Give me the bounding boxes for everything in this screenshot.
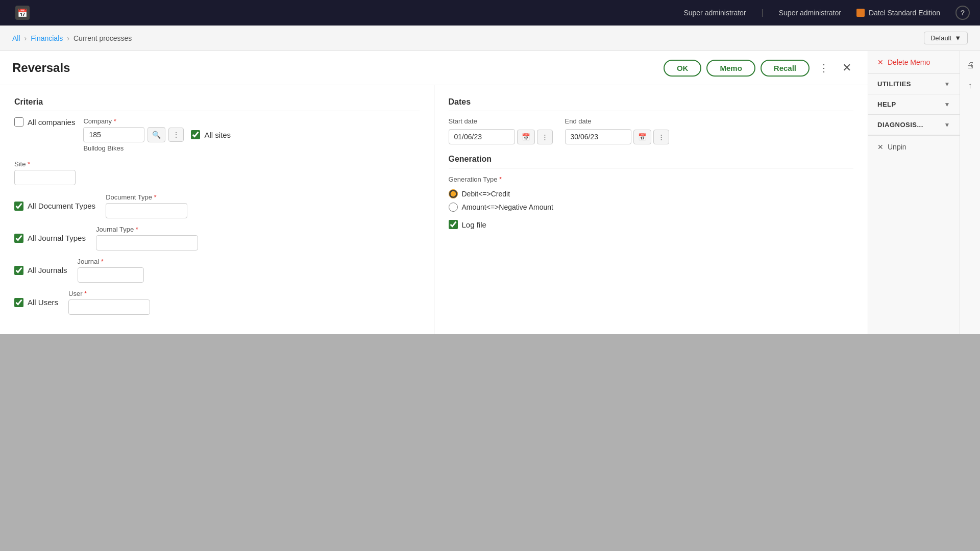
doc-type-input[interactable]	[106, 203, 187, 218]
close-button[interactable]: ✕	[838, 59, 855, 77]
company-search-button[interactable]: 🔍	[148, 127, 165, 142]
unpin-button[interactable]: ✕ Unpin	[868, 135, 960, 158]
all-journals-checkbox-label[interactable]: All Journals	[14, 266, 67, 275]
end-date-options-button[interactable]: ⋮	[653, 130, 669, 144]
all-doc-types-label: All Document Types	[28, 202, 95, 210]
all-journal-types-label: All Journal Types	[28, 234, 86, 242]
generation-section: Generation Generation Type * Debit<=>Cre…	[449, 155, 854, 229]
end-date-label: End date	[565, 117, 669, 125]
all-sites-label: All sites	[204, 131, 231, 139]
calendar-icon: 📅	[15, 6, 30, 20]
doc-type-label: Document Type *	[106, 193, 187, 201]
log-file-checkbox[interactable]	[449, 220, 458, 229]
generation-title: Generation	[449, 155, 854, 168]
option2-text: Amount<=>Negative Amount	[462, 203, 553, 211]
all-sites-checkbox-label[interactable]: All sites	[191, 130, 231, 139]
brand-dot	[856, 9, 865, 17]
all-journals-label: All Journals	[28, 266, 67, 274]
help-button[interactable]: ?	[955, 6, 970, 20]
dialog-actions: OK Memo Recall ⋮ ✕	[664, 59, 855, 77]
all-companies-checkbox[interactable]	[14, 117, 23, 127]
user-label: User *	[68, 290, 150, 297]
site-input[interactable]	[14, 170, 76, 185]
printer-icon[interactable]: 🖨	[961, 56, 979, 74]
help-section: HELP ▼	[868, 94, 960, 115]
utilities-chevron-icon: ▼	[944, 81, 950, 88]
breadcrumb-bar: All › Financials › Current processes Def…	[0, 26, 980, 51]
company-label: Company *	[83, 117, 231, 125]
end-date-field: End date 📅 ⋮	[565, 117, 669, 144]
all-companies-label: All companies	[28, 118, 75, 127]
option2-label[interactable]: Amount<=>Negative Amount	[449, 203, 854, 212]
user2-label: Super administrator	[779, 9, 841, 17]
share-icon[interactable]: ↑	[961, 77, 979, 95]
sidebar-icon-column: 🖨 ↑	[960, 51, 980, 334]
breadcrumb-all[interactable]: All	[12, 34, 20, 42]
journal-input[interactable]	[78, 267, 144, 283]
help-header[interactable]: HELP ▼	[868, 94, 960, 114]
all-journals-checkbox[interactable]	[14, 266, 23, 275]
option1-text: Debit<=>Credit	[462, 190, 510, 198]
log-file-label: Log file	[462, 220, 486, 229]
default-dropdown[interactable]: Default ▼	[924, 32, 968, 44]
gen-type-label: Generation Type *	[449, 176, 854, 183]
brand-name: Datel Standard Edition	[869, 9, 940, 17]
criteria-title: Criteria	[14, 97, 420, 111]
all-journal-types-checkbox-label[interactable]: All Journal Types	[14, 234, 86, 243]
all-sites-checkbox[interactable]	[191, 130, 200, 139]
option1-label[interactable]: Debit<=>Credit	[449, 189, 854, 198]
option1-radio[interactable]	[449, 189, 458, 198]
site-label: Site *	[14, 160, 420, 168]
sidebar-main: ✕ Delete Memo UTILITIES ▼ HELP ▼	[868, 51, 960, 334]
company-options-button[interactable]: ⋮	[168, 128, 184, 142]
recall-button[interactable]: Recall	[761, 60, 810, 77]
journal-type-label: Journal Type *	[96, 226, 198, 233]
log-file-row: Log file	[449, 220, 854, 229]
delete-icon: ✕	[877, 58, 884, 66]
all-users-checkbox-label[interactable]: All Users	[14, 298, 58, 307]
brand-area: Datel Standard Edition	[856, 9, 940, 17]
breadcrumb-financials[interactable]: Financials	[31, 34, 63, 42]
option2-radio[interactable]	[449, 203, 458, 212]
ok-button[interactable]: OK	[664, 60, 702, 77]
all-doc-types-checkbox[interactable]	[14, 202, 23, 211]
all-users-label: All Users	[28, 298, 58, 307]
all-users-checkbox[interactable]	[14, 298, 23, 307]
dialog-body: Criteria All companies Company *	[0, 85, 868, 334]
topbar: 📅 Super administrator | Super administra…	[0, 0, 980, 26]
dialog-header: Reversals OK Memo Recall ⋮ ✕	[0, 51, 868, 85]
page-title: Reversals	[12, 61, 70, 75]
criteria-section: Criteria All companies Company *	[0, 85, 434, 334]
help-chevron-icon: ▼	[944, 101, 950, 108]
start-date-field: Start date 📅 ⋮	[449, 117, 553, 144]
all-companies-checkbox-label[interactable]: All companies	[14, 117, 75, 127]
diagnosis-header[interactable]: DIAGNOSIS... ▼	[868, 115, 960, 135]
start-date-options-button[interactable]: ⋮	[537, 130, 553, 144]
user-input[interactable]	[68, 299, 150, 315]
start-date-label: Start date	[449, 117, 553, 125]
diagnosis-section: DIAGNOSIS... ▼	[868, 115, 960, 135]
delete-memo-button[interactable]: ✕ Delete Memo	[868, 51, 960, 74]
sidebar-tools: ✕ Delete Memo UTILITIES ▼ HELP ▼	[868, 51, 980, 334]
end-date-calendar-button[interactable]: 📅	[633, 130, 651, 144]
end-date-input[interactable]	[565, 129, 631, 144]
breadcrumb: All › Financials › Current processes	[12, 34, 132, 42]
all-doc-types-checkbox-label[interactable]: All Document Types	[14, 202, 95, 211]
company-name: Bulldog Bikes	[83, 144, 231, 152]
dialog-main: Reversals OK Memo Recall ⋮ ✕ Criteria Al…	[0, 51, 868, 334]
company-input[interactable]	[83, 127, 144, 142]
user1-label: Super administrator	[683, 9, 746, 17]
sidebar-right: ✕ Delete Memo UTILITIES ▼ HELP ▼	[868, 51, 980, 334]
start-date-input[interactable]	[449, 129, 515, 144]
gen-type-options: Debit<=>Credit Amount<=>Negative Amount	[449, 189, 854, 212]
journal-label: Journal *	[78, 258, 144, 265]
all-journal-types-checkbox[interactable]	[14, 234, 23, 243]
breadcrumb-current: Current processes	[74, 34, 132, 42]
journal-type-input[interactable]	[96, 235, 198, 251]
start-date-calendar-button[interactable]: 📅	[517, 130, 535, 144]
more-button[interactable]: ⋮	[815, 60, 833, 76]
memo-button[interactable]: Memo	[706, 60, 755, 77]
dialog-container: Reversals OK Memo Recall ⋮ ✕ Criteria Al…	[0, 51, 980, 334]
dates-section: Dates Start date 📅 ⋮ End date	[434, 85, 868, 334]
utilities-header[interactable]: UTILITIES ▼	[868, 74, 960, 94]
